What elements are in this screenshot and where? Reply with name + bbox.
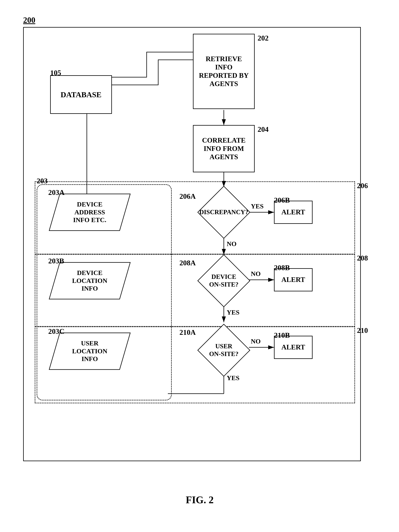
- label-206B: 206B: [274, 196, 290, 204]
- label-210: 210: [357, 326, 368, 335]
- database-node: DATABASE: [50, 75, 112, 114]
- device-address-para: DEVICE ADDRESS INFO ETC.: [48, 193, 131, 232]
- figure-label: FIG. 2: [186, 494, 214, 506]
- label-204: 204: [258, 125, 269, 133]
- user-location-para: USER LOCATION INFO: [48, 332, 131, 370]
- label-210A: 210A: [179, 328, 196, 336]
- label-203B: 203B: [48, 257, 64, 265]
- diagram-title-label: 200: [23, 15, 35, 25]
- label-210B: 210B: [274, 331, 290, 339]
- label-208B: 208B: [274, 263, 290, 272]
- label-203A: 203A: [48, 188, 64, 197]
- diagram-container: 200: [12, 12, 388, 513]
- retrieve-info-node: RETRIEVE INFO REPORTED BY AGENTS: [193, 34, 255, 109]
- label-202: 202: [258, 34, 269, 42]
- correlate-info-node: CORRELATE INFO FROM AGENTS: [193, 125, 255, 172]
- label-206A: 206A: [179, 192, 196, 201]
- label-203C: 203C: [48, 327, 64, 336]
- device-onsite-diamond: DEVICE ON-SITE?: [197, 254, 251, 308]
- user-onsite-diamond: USER ON-SITE?: [197, 323, 251, 377]
- label-208: 208: [357, 254, 368, 262]
- label-208A: 208A: [179, 259, 196, 267]
- label-206: 206: [357, 181, 368, 190]
- device-location-para: DEVICE LOCATION INFO: [48, 261, 131, 300]
- label-105: 105: [50, 69, 61, 77]
- discrepancy-diamond: DISCREPANCY?: [197, 185, 251, 239]
- label-203: 203: [37, 177, 48, 185]
